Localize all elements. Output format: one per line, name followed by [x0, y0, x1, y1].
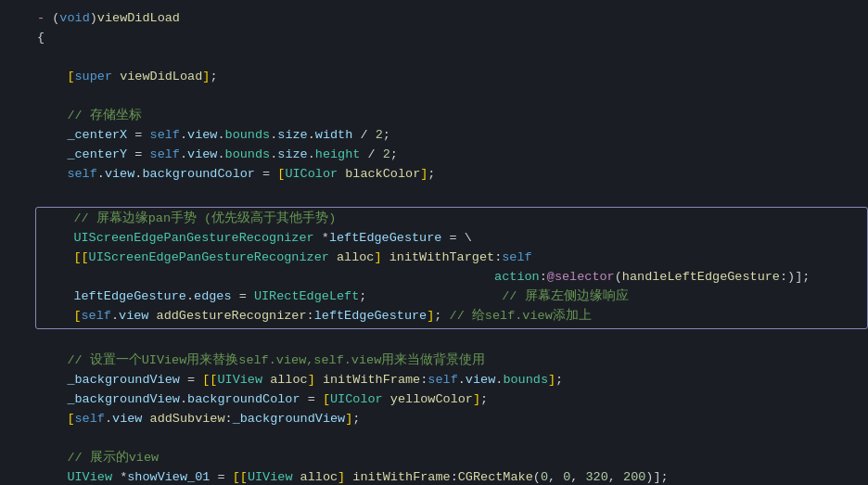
line-number	[0, 107, 26, 108]
code-line-19: _backgroundView = [[UIView alloc] initWi…	[0, 371, 868, 390]
code-line-12: UIScreenEdgePanGestureRecognizer *leftEd…	[36, 229, 867, 249]
code-editor: - (void)viewDidLoad { [super viewDidLoad…	[0, 0, 868, 485]
code-line-13: [[UIScreenEdgePanGestureRecognizer alloc…	[36, 249, 867, 268]
code-line-8: _centerY = self.view.bounds.size.height …	[0, 146, 868, 165]
line-number	[0, 87, 26, 88]
code-line-9: self.view.backgroundColor = [UIColor bla…	[0, 165, 868, 185]
code-line-5	[0, 87, 868, 107]
code-line-17	[0, 332, 868, 351]
line-number	[0, 449, 26, 450]
code-line-2: {	[0, 29, 868, 48]
highlight-block: // 屏幕边缘pan手势 (优先级高于其他手势) UIScreenEdgePan…	[35, 207, 868, 329]
line-number	[0, 468, 26, 469]
code-line-20: _backgroundView.backgroundColor = [UICol…	[0, 390, 868, 410]
code-line-14: action:@selector(handleLeftEdgeGesture:)…	[36, 268, 867, 287]
code-line-23: // 展示的view	[0, 449, 868, 468]
code-line-18: // 设置一个UIView用来替换self.view,self.view用来当做…	[0, 351, 868, 371]
code-line-11: // 屏幕边缘pan手势 (优先级高于其他手势)	[36, 210, 867, 229]
code-line-24: UIView *showView_01 = [[UIView alloc] in…	[0, 468, 868, 485]
line-number	[0, 332, 26, 333]
line-number	[0, 48, 26, 49]
line-number	[0, 9, 26, 10]
line-number	[0, 68, 26, 69]
line-number	[0, 165, 26, 166]
line-number	[0, 185, 26, 185]
code-line-6: // 存储坐标	[0, 107, 868, 126]
line-number	[0, 146, 26, 147]
code-line-1: - (void)viewDidLoad	[0, 9, 868, 29]
code-line-4: [super viewDidLoad];	[0, 68, 868, 87]
code-line-16: [self.view addGestureRecognizer:leftEdge…	[36, 307, 867, 326]
code-line-7: _centerX = self.view.bounds.size.width /…	[0, 126, 868, 146]
code-line-22	[0, 429, 868, 449]
code-line-3	[0, 48, 868, 68]
code-line-21: [self.view addSubview:_backgroundView];	[0, 410, 868, 429]
code-line-15: leftEdgeGesture.edges = UIRectEdgeLeft; …	[36, 287, 867, 307]
line-number	[0, 390, 26, 391]
line-number	[0, 29, 26, 30]
line-number	[0, 429, 26, 430]
line-number	[0, 410, 26, 411]
line-number	[0, 351, 26, 352]
line-number	[0, 126, 26, 127]
line-number	[0, 371, 26, 372]
code-line-10	[0, 185, 868, 204]
